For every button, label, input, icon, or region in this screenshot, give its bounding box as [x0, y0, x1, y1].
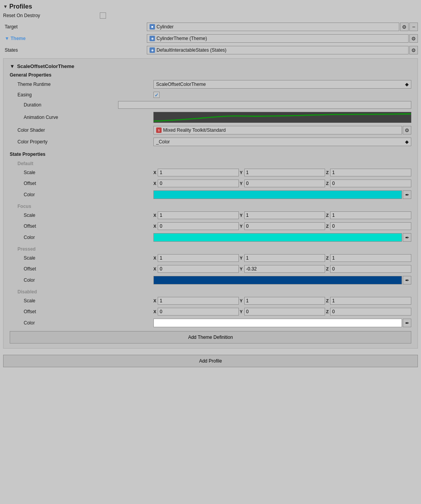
target-minus-button[interactable]: −	[409, 23, 418, 31]
focus-color-label: Color	[10, 235, 153, 240]
focus-offset-x-input[interactable]	[158, 222, 239, 230]
add-profile-button[interactable]: Add Profile	[3, 355, 418, 367]
theme-icon: ◈	[150, 36, 155, 41]
soc-theme-triangle[interactable]: ▼	[10, 63, 15, 69]
theme-runtime-row: Theme Runtime ScaleOffsetColorTheme ◆	[10, 79, 411, 89]
default-scale-xyz: X Y Z	[153, 169, 411, 176]
focus-scale-row: Scale X Y Z	[10, 211, 411, 220]
color-property-label: Color Property	[10, 139, 153, 145]
disabled-scale-z-input[interactable]	[330, 297, 411, 305]
states-gear-button[interactable]: ⚙	[409, 46, 418, 54]
focus-scale-z-label: Z	[326, 213, 329, 218]
focus-offset-y-input[interactable]	[244, 222, 325, 230]
target-field[interactable]: ■ Cylinder	[147, 23, 399, 31]
default-scale-y-input[interactable]	[244, 169, 325, 176]
pressed-scale-x-input[interactable]	[158, 254, 239, 262]
default-eyedropper-button[interactable]: ✒	[403, 190, 411, 199]
theme-triangle[interactable]: ▼	[5, 36, 10, 41]
color-property-dropdown[interactable]: _Color ◆	[153, 138, 411, 146]
scale-offset-color-theme-panel: ▼ ScaleOffsetColorTheme General Properti…	[3, 58, 418, 349]
focus-offset-x-label: X	[153, 224, 156, 228]
states-value: DefaultInteractableStates (States)	[157, 47, 226, 53]
states-icon: ◈	[150, 47, 155, 53]
pressed-scale-z-input[interactable]	[330, 254, 411, 262]
focus-offset-y-label: Y	[240, 224, 242, 228]
default-scale-z-input[interactable]	[330, 169, 411, 176]
pressed-offset-z-label: Z	[326, 267, 329, 271]
default-color-swatch[interactable]	[153, 190, 402, 199]
profiles-triangle[interactable]: ▼	[3, 4, 8, 9]
pressed-offset-y-input[interactable]	[244, 265, 325, 273]
theme-gear-button[interactable]: ⚙	[409, 34, 418, 43]
profiles-title: Profiles	[9, 3, 32, 10]
animation-curve-field[interactable]	[153, 112, 411, 123]
reset-on-destroy-checkbox[interactable]	[100, 12, 106, 19]
disabled-eyedropper-button[interactable]: ✒	[403, 319, 411, 327]
disabled-scale-y-input[interactable]	[244, 297, 325, 305]
color-shader-gear-button[interactable]: ⚙	[403, 126, 411, 134]
easing-row: Easing ✓	[10, 91, 411, 99]
default-offset-z-input[interactable]	[330, 180, 411, 187]
disabled-offset-z-input[interactable]	[330, 308, 411, 316]
disabled-state-group: Disabled Scale X Y Z Offset X Y	[10, 289, 411, 328]
reset-on-destroy-row: Reset On Destroy	[3, 12, 418, 19]
scale-offset-color-theme-header: ▼ ScaleOffsetColorTheme	[10, 63, 411, 69]
pressed-offset-x-input[interactable]	[158, 265, 239, 273]
color-shader-field[interactable]: s Mixed Reality Toolkit/Standard	[153, 126, 402, 134]
pressed-offset-z-input[interactable]	[330, 265, 411, 273]
default-offset-y-input[interactable]	[244, 180, 325, 187]
focus-scale-x-input[interactable]	[158, 211, 239, 219]
theme-runtime-dropdown[interactable]: ScaleOffsetColorTheme ◆	[153, 80, 411, 89]
pressed-scale-y-label: Y	[240, 256, 242, 260]
default-offset-y-label: Y	[240, 181, 242, 186]
focus-scale-z-input[interactable]	[330, 211, 411, 219]
add-theme-definition-button[interactable]: Add Theme Definition	[10, 331, 411, 344]
animation-curve-svg	[154, 112, 411, 122]
focus-eyedropper-button[interactable]: ✒	[403, 233, 411, 242]
disabled-offset-y-input[interactable]	[244, 308, 325, 316]
duration-input[interactable]: 0.1	[118, 101, 411, 109]
theme-row: ▼ Theme ◈ CylinderTheme (Theme) ⚙	[3, 33, 418, 44]
focus-offset-xyz: X Y Z	[153, 222, 411, 230]
disabled-offset-x-input[interactable]	[158, 308, 239, 316]
focus-scale-xyz: X Y Z	[153, 211, 411, 219]
easing-label: Easing	[10, 92, 153, 98]
default-offset-x-label: X	[153, 181, 156, 186]
color-property-arrow: ◆	[405, 139, 409, 145]
default-scale-x-label: X	[153, 170, 156, 175]
pressed-eyedropper-button[interactable]: ✒	[403, 276, 411, 284]
focus-offset-z-input[interactable]	[330, 222, 411, 230]
disabled-scale-z-label: Z	[326, 298, 329, 303]
disabled-offset-x-label: X	[153, 309, 156, 314]
main-container: ▼ Profiles Reset On Destroy Target ■ Cyl…	[0, 0, 421, 370]
default-state-group: Default Scale X Y Z Offset X Y	[10, 161, 411, 200]
default-scale-x-input[interactable]	[158, 169, 239, 176]
pressed-scale-y-input[interactable]	[244, 254, 325, 262]
focus-color-swatch[interactable]	[153, 233, 402, 242]
focus-scale-x-label: X	[153, 213, 156, 218]
focus-scale-y-input[interactable]	[244, 211, 325, 219]
target-gear-button[interactable]: ⚙	[400, 23, 409, 31]
states-label: States	[3, 47, 147, 53]
disabled-scale-y-label: Y	[240, 298, 242, 303]
focus-scale-label: Scale	[10, 213, 153, 218]
theme-runtime-value: ScaleOffsetColorTheme	[156, 82, 206, 87]
pressed-color-swatch[interactable]	[153, 276, 402, 284]
easing-checkbox[interactable]: ✓	[153, 92, 160, 98]
default-offset-x-input[interactable]	[158, 180, 239, 187]
soc-theme-title: ScaleOffsetColorTheme	[17, 63, 74, 69]
focus-scale-y-label: Y	[240, 213, 242, 218]
default-color-row: Color ✒	[10, 190, 411, 200]
states-field[interactable]: ◈ DefaultInteractableStates (States)	[147, 46, 409, 54]
theme-label: ▼ Theme	[3, 36, 147, 41]
theme-runtime-label: Theme Runtime	[10, 82, 153, 87]
target-value: Cylinder	[157, 24, 174, 30]
theme-field[interactable]: ◈ CylinderTheme (Theme)	[147, 34, 409, 43]
animation-curve-row: Animation Curve	[10, 111, 411, 124]
mixed-reality-icon: s	[156, 127, 162, 133]
focus-state-label: Focus	[17, 204, 411, 209]
general-properties-title: General Properties	[10, 72, 411, 78]
disabled-color-swatch[interactable]	[153, 319, 402, 327]
disabled-scale-x-input[interactable]	[158, 297, 239, 305]
pressed-color-label: Color	[10, 277, 153, 283]
